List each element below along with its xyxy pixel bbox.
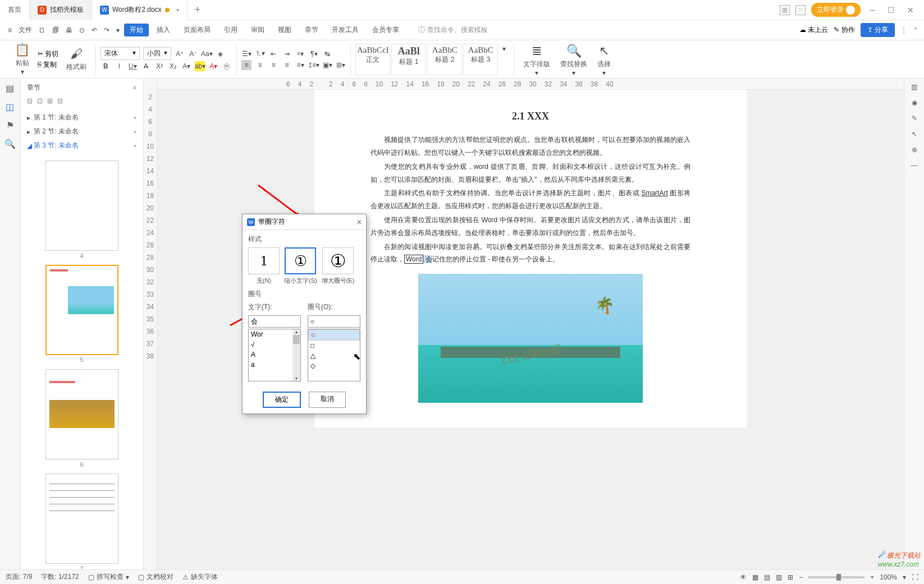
bookmark-icon[interactable]: ⚑ — [6, 120, 14, 131]
share-button[interactable]: ⇪ 分享 — [861, 23, 895, 37]
style-shrink[interactable]: ①缩小文字(S) — [284, 247, 317, 285]
more-icon[interactable]: ⋮ — [900, 26, 907, 34]
text-list[interactable]: Wor √ A a ▴▾ — [248, 329, 301, 381]
menu-review[interactable]: 审阅 — [245, 24, 270, 36]
view-outline-icon[interactable]: ▥ — [776, 573, 782, 581]
dialog-titlebar[interactable]: W 带圈字符 × — [243, 214, 366, 230]
indent-dec-icon[interactable]: ⇤ — [268, 49, 278, 59]
tab-home[interactable]: 首页 — [0, 0, 30, 20]
menu-references[interactable]: 引用 — [218, 24, 243, 36]
text-effects-icon[interactable]: A▾ — [181, 61, 191, 71]
redo-icon[interactable]: ↷ — [102, 25, 112, 35]
tab-dropdown-icon[interactable]: ▾ — [176, 7, 179, 13]
remove-section-icon[interactable]: ⊟ — [57, 97, 63, 105]
save-as-icon[interactable]: 🗐 — [50, 25, 61, 35]
tree-item-2[interactable]: ▸第 2 节: 未命名▾ — [27, 125, 136, 139]
save-icon[interactable]: 🗋 — [36, 25, 48, 35]
login-button[interactable]: 立即登录 — [811, 3, 861, 17]
tree-item-3[interactable]: ◢第 3 节: 未命名▾ — [27, 139, 136, 153]
view-print-icon[interactable]: ▦ — [752, 573, 758, 581]
strikethrough-icon[interactable]: A̶ — [141, 61, 151, 71]
new-tab-button[interactable]: + — [187, 4, 208, 16]
close-button[interactable]: ✕ — [904, 6, 917, 15]
tab-document[interactable]: WWord教程2.docx▾ — [92, 0, 187, 20]
font-size-select[interactable]: 小四▾ — [143, 47, 171, 60]
dialog-cancel-button[interactable]: 取消 — [309, 392, 346, 408]
expand-all-icon[interactable]: ⊟ — [27, 97, 33, 105]
style-normal[interactable]: AaBbCcI正文 — [355, 44, 390, 75]
outline-icon[interactable]: ▤ — [6, 83, 14, 94]
ring-list[interactable]: ○ □ △ ◇ — [308, 329, 360, 381]
copy-button[interactable]: ⎘ 复制 — [38, 60, 58, 70]
enclose-char-icon[interactable]: ㊥ — [222, 61, 232, 71]
distribute-icon[interactable]: ≡▾ — [295, 60, 305, 70]
proof-button[interactable]: ▢ 文档校对 — [138, 572, 173, 582]
align-center-icon[interactable]: ≡ — [255, 60, 265, 70]
view-read-icon[interactable]: 👁 — [740, 573, 747, 581]
style-h3[interactable]: AaBbC标题 3 — [463, 44, 498, 75]
tool-icon[interactable]: — — [911, 162, 918, 169]
zoom-level[interactable]: 100% — [880, 573, 897, 581]
thumb-6[interactable]: 6 — [45, 369, 118, 459]
tree-item-1[interactable]: ▸第 1 节: 未命名▾ — [27, 111, 136, 125]
collapse-all-icon[interactable]: ⊡ — [37, 97, 43, 105]
find-replace-button[interactable]: 🔍查找替换▾ — [556, 44, 592, 75]
palette-icon[interactable]: ◉ — [912, 99, 917, 107]
print-icon[interactable]: 🖶 — [63, 25, 75, 35]
menu-icon[interactable]: ≡ — [6, 25, 14, 35]
grid-icon[interactable]: ⊞ — [780, 5, 790, 15]
cloud-status[interactable]: ☁ 未上云 — [799, 25, 828, 35]
add-section-icon[interactable]: ⊞ — [47, 97, 53, 105]
line-spacing-icon[interactable]: ‡≡▾ — [309, 60, 319, 70]
maximize-button[interactable]: ☐ — [884, 6, 898, 15]
panel-close-icon[interactable]: × — [132, 84, 136, 92]
file-menu[interactable]: 文件 — [16, 24, 34, 36]
align-left-icon[interactable]: ≡ — [241, 60, 251, 70]
pin-icon[interactable]: ▥ — [911, 83, 917, 91]
highlight-icon[interactable]: ab▾ — [195, 61, 205, 71]
change-case-icon[interactable]: Aa▾ — [202, 49, 212, 59]
search-panel-icon[interactable]: 🔍 — [4, 139, 16, 149]
page-indicator[interactable]: 页面: 7/9 — [6, 572, 32, 582]
collapse-ribbon-icon[interactable]: ⌃ — [913, 26, 918, 34]
sort-icon[interactable]: ☓▾ — [295, 49, 305, 59]
menu-start[interactable]: 开始 — [124, 24, 149, 36]
zoom-slider[interactable] — [808, 576, 864, 578]
zoom-out-icon[interactable]: − — [799, 573, 803, 581]
italic-icon[interactable]: I — [114, 61, 124, 71]
menu-view[interactable]: 视图 — [272, 24, 297, 36]
missing-fonts[interactable]: ⚠ 缺失字体 — [182, 572, 218, 582]
bullets-icon[interactable]: ☰▾ — [241, 49, 251, 59]
spellcheck-toggle[interactable]: ▢ 拼写检查 ▾ — [88, 572, 129, 582]
coop-button[interactable]: ✎ 协作 — [834, 25, 854, 35]
paste-button[interactable]: 📋粘贴▾ — [10, 43, 34, 76]
pointer-icon[interactable]: ↖ — [912, 130, 917, 138]
font-color-icon[interactable]: A▾ — [208, 61, 218, 71]
show-marks-icon[interactable]: ¶▾ — [309, 49, 319, 59]
tab-templates[interactable]: D找稻壳模板 — [30, 0, 92, 20]
fullscreen-icon[interactable]: ⛶ — [912, 573, 918, 581]
dropdown-icon[interactable]: ▾ — [114, 25, 122, 35]
decrease-font-icon[interactable]: A⁻ — [188, 49, 198, 59]
style-h2[interactable]: AaBbC标题 2 — [427, 44, 462, 75]
thumb-7[interactable]: 7 — [45, 473, 118, 564]
align-justify-icon[interactable]: ≡ — [282, 60, 292, 70]
subscript-icon[interactable]: X₂ — [168, 61, 178, 71]
styles-more-icon[interactable]: ▾ — [499, 44, 509, 54]
menu-section[interactable]: 章节 — [299, 24, 324, 36]
cut-button[interactable]: ✂ 剪切 — [38, 49, 58, 59]
align-right-icon[interactable]: ≡ — [268, 60, 278, 70]
thumb-4[interactable]: 4 — [45, 160, 118, 251]
document-image[interactable]: 🌴 XXX 公司出品 — [418, 274, 643, 403]
style-none[interactable]: 1无(N) — [248, 247, 280, 285]
apps-icon[interactable]: ⁙ — [795, 5, 806, 15]
ring-input[interactable] — [308, 315, 360, 328]
format-painter-button[interactable]: 🖌格式刷 — [62, 47, 91, 72]
shading-icon[interactable]: ▣▾ — [322, 60, 332, 70]
menu-page-layout[interactable]: 页面布局 — [178, 24, 216, 36]
select-button[interactable]: ↖选择▾ — [593, 44, 615, 75]
indent-inc-icon[interactable]: ⇥ — [282, 49, 292, 59]
bold-icon[interactable]: B — [100, 61, 111, 71]
menu-devtools[interactable]: 开发工具 — [326, 24, 364, 36]
font-name-select[interactable]: 宋体▾ — [100, 47, 140, 60]
